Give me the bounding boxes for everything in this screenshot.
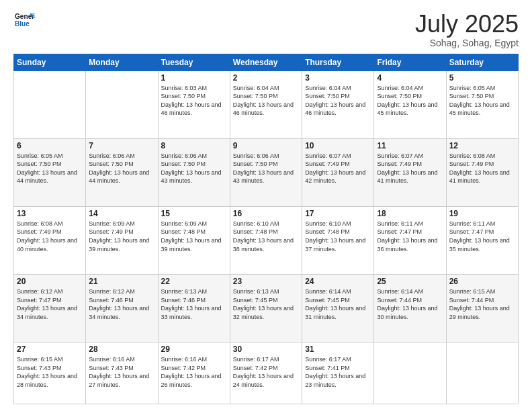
day-number: 19 xyxy=(449,209,515,218)
calendar-day-cell: 6Sunrise: 6:05 AM Sunset: 7:50 PM Daylig… xyxy=(14,138,86,206)
day-number: 5 xyxy=(449,73,515,83)
svg-text:Blue: Blue xyxy=(15,20,30,28)
calendar-day-cell: 26Sunrise: 6:15 AM Sunset: 7:44 PM Dayli… xyxy=(446,274,518,342)
day-info: Sunrise: 6:16 AM Sunset: 7:43 PM Dayligh… xyxy=(89,355,154,389)
day-info: Sunrise: 6:14 AM Sunset: 7:45 PM Dayligh… xyxy=(305,287,371,321)
calendar-day-cell: 18Sunrise: 6:11 AM Sunset: 7:47 PM Dayli… xyxy=(374,206,446,274)
logo: General Blue xyxy=(13,11,35,30)
calendar-week-row: 27Sunrise: 6:15 AM Sunset: 7:43 PM Dayli… xyxy=(14,342,519,404)
page-header: General Blue July 2025 Sohag, Sohag, Egy… xyxy=(13,11,519,48)
day-number: 21 xyxy=(89,277,154,286)
calendar-day-cell: 7Sunrise: 6:06 AM Sunset: 7:50 PM Daylig… xyxy=(86,138,158,206)
calendar-day-header: Friday xyxy=(374,54,446,71)
calendar-day-cell: 20Sunrise: 6:12 AM Sunset: 7:47 PM Dayli… xyxy=(14,274,86,342)
day-number: 18 xyxy=(377,209,443,218)
calendar-day-cell: 11Sunrise: 6:07 AM Sunset: 7:49 PM Dayli… xyxy=(374,138,446,206)
day-info: Sunrise: 6:11 AM Sunset: 7:47 PM Dayligh… xyxy=(377,220,443,253)
calendar-day-cell: 13Sunrise: 6:08 AM Sunset: 7:49 PM Dayli… xyxy=(14,206,86,274)
calendar-day-cell: 3Sunrise: 6:04 AM Sunset: 7:50 PM Daylig… xyxy=(302,71,374,138)
calendar-day-header: Thursday xyxy=(302,54,374,71)
calendar-week-row: 6Sunrise: 6:05 AM Sunset: 7:50 PM Daylig… xyxy=(14,138,519,206)
calendar-day-cell: 25Sunrise: 6:14 AM Sunset: 7:44 PM Dayli… xyxy=(374,274,446,342)
day-info: Sunrise: 6:04 AM Sunset: 7:50 PM Dayligh… xyxy=(377,84,443,118)
calendar-day-cell: 28Sunrise: 6:16 AM Sunset: 7:43 PM Dayli… xyxy=(86,342,158,404)
day-info: Sunrise: 6:10 AM Sunset: 7:48 PM Dayligh… xyxy=(233,220,299,253)
calendar-day-header: Saturday xyxy=(446,54,518,71)
day-info: Sunrise: 6:04 AM Sunset: 7:50 PM Dayligh… xyxy=(233,84,299,118)
day-info: Sunrise: 6:13 AM Sunset: 7:46 PM Dayligh… xyxy=(161,287,227,321)
day-number: 12 xyxy=(449,141,515,150)
day-number: 2 xyxy=(233,73,299,83)
calendar-day-cell: 15Sunrise: 6:09 AM Sunset: 7:48 PM Dayli… xyxy=(158,206,230,274)
calendar-day-cell: 14Sunrise: 6:09 AM Sunset: 7:49 PM Dayli… xyxy=(86,206,158,274)
calendar-day-cell: 10Sunrise: 6:07 AM Sunset: 7:49 PM Dayli… xyxy=(302,138,374,206)
calendar-day-cell: 12Sunrise: 6:08 AM Sunset: 7:49 PM Dayli… xyxy=(446,138,518,206)
day-info: Sunrise: 6:08 AM Sunset: 7:49 PM Dayligh… xyxy=(449,152,515,185)
day-number: 1 xyxy=(161,73,227,83)
day-number: 29 xyxy=(161,345,227,354)
calendar-table: SundayMondayTuesdayWednesdayThursdayFrid… xyxy=(13,54,519,404)
calendar-day-cell xyxy=(446,342,518,404)
calendar-day-cell xyxy=(374,342,446,404)
day-info: Sunrise: 6:17 AM Sunset: 7:42 PM Dayligh… xyxy=(233,355,299,389)
day-number: 22 xyxy=(161,277,227,286)
day-info: Sunrise: 6:06 AM Sunset: 7:50 PM Dayligh… xyxy=(89,152,154,185)
calendar-day-cell: 27Sunrise: 6:15 AM Sunset: 7:43 PM Dayli… xyxy=(14,342,86,404)
day-number: 24 xyxy=(305,277,371,286)
day-info: Sunrise: 6:05 AM Sunset: 7:50 PM Dayligh… xyxy=(17,152,83,185)
day-number: 14 xyxy=(89,209,154,218)
day-number: 7 xyxy=(89,141,154,150)
calendar-day-header: Sunday xyxy=(14,54,86,71)
calendar-day-cell: 19Sunrise: 6:11 AM Sunset: 7:47 PM Dayli… xyxy=(446,206,518,274)
day-number: 9 xyxy=(233,141,299,150)
title-block: July 2025 Sohag, Sohag, Egypt xyxy=(415,11,519,48)
day-number: 8 xyxy=(161,141,227,150)
calendar-day-cell: 4Sunrise: 6:04 AM Sunset: 7:50 PM Daylig… xyxy=(374,71,446,138)
calendar-header-row: SundayMondayTuesdayWednesdayThursdayFrid… xyxy=(14,54,519,71)
calendar-week-row: 1Sunrise: 6:03 AM Sunset: 7:50 PM Daylig… xyxy=(14,71,519,138)
day-info: Sunrise: 6:12 AM Sunset: 7:46 PM Dayligh… xyxy=(89,287,154,321)
calendar-day-cell: 17Sunrise: 6:10 AM Sunset: 7:48 PM Dayli… xyxy=(302,206,374,274)
calendar-day-cell: 22Sunrise: 6:13 AM Sunset: 7:46 PM Dayli… xyxy=(158,274,230,342)
day-number: 17 xyxy=(305,209,371,218)
calendar-day-cell: 30Sunrise: 6:17 AM Sunset: 7:42 PM Dayli… xyxy=(230,342,302,404)
calendar-day-header: Wednesday xyxy=(230,54,302,71)
day-info: Sunrise: 6:14 AM Sunset: 7:44 PM Dayligh… xyxy=(377,287,443,321)
month-year: July 2025 xyxy=(415,11,519,38)
calendar-day-header: Tuesday xyxy=(158,54,230,71)
day-info: Sunrise: 6:07 AM Sunset: 7:49 PM Dayligh… xyxy=(377,152,443,185)
calendar-day-cell: 31Sunrise: 6:17 AM Sunset: 7:41 PM Dayli… xyxy=(302,342,374,404)
calendar-body: 1Sunrise: 6:03 AM Sunset: 7:50 PM Daylig… xyxy=(14,71,519,404)
location: Sohag, Sohag, Egypt xyxy=(415,38,519,48)
day-number: 31 xyxy=(305,345,371,354)
day-info: Sunrise: 6:05 AM Sunset: 7:50 PM Dayligh… xyxy=(449,84,515,118)
day-info: Sunrise: 6:12 AM Sunset: 7:47 PM Dayligh… xyxy=(17,287,83,321)
day-number: 23 xyxy=(233,277,299,286)
day-info: Sunrise: 6:09 AM Sunset: 7:49 PM Dayligh… xyxy=(89,220,154,253)
day-number: 6 xyxy=(17,141,83,150)
day-number: 26 xyxy=(449,277,515,286)
calendar-day-cell: 24Sunrise: 6:14 AM Sunset: 7:45 PM Dayli… xyxy=(302,274,374,342)
calendar-day-cell: 9Sunrise: 6:06 AM Sunset: 7:50 PM Daylig… xyxy=(230,138,302,206)
calendar-day-header: Monday xyxy=(86,54,158,71)
day-number: 27 xyxy=(17,345,83,354)
calendar-day-cell: 5Sunrise: 6:05 AM Sunset: 7:50 PM Daylig… xyxy=(446,71,518,138)
day-number: 30 xyxy=(233,345,299,354)
day-info: Sunrise: 6:17 AM Sunset: 7:41 PM Dayligh… xyxy=(305,355,371,389)
calendar-day-cell xyxy=(14,71,86,138)
day-info: Sunrise: 6:06 AM Sunset: 7:50 PM Dayligh… xyxy=(233,152,299,185)
day-number: 4 xyxy=(377,73,443,83)
day-number: 20 xyxy=(17,277,83,286)
day-number: 28 xyxy=(89,345,154,354)
day-info: Sunrise: 6:07 AM Sunset: 7:49 PM Dayligh… xyxy=(305,152,371,185)
day-number: 25 xyxy=(377,277,443,286)
day-info: Sunrise: 6:10 AM Sunset: 7:48 PM Dayligh… xyxy=(305,220,371,253)
calendar-day-cell: 1Sunrise: 6:03 AM Sunset: 7:50 PM Daylig… xyxy=(158,71,230,138)
day-info: Sunrise: 6:09 AM Sunset: 7:48 PM Dayligh… xyxy=(161,220,227,253)
day-number: 16 xyxy=(233,209,299,218)
day-info: Sunrise: 6:03 AM Sunset: 7:50 PM Dayligh… xyxy=(161,84,227,118)
day-info: Sunrise: 6:16 AM Sunset: 7:42 PM Dayligh… xyxy=(161,355,227,389)
calendar-day-cell xyxy=(86,71,158,138)
calendar-day-cell: 21Sunrise: 6:12 AM Sunset: 7:46 PM Dayli… xyxy=(86,274,158,342)
calendar-day-cell: 2Sunrise: 6:04 AM Sunset: 7:50 PM Daylig… xyxy=(230,71,302,138)
